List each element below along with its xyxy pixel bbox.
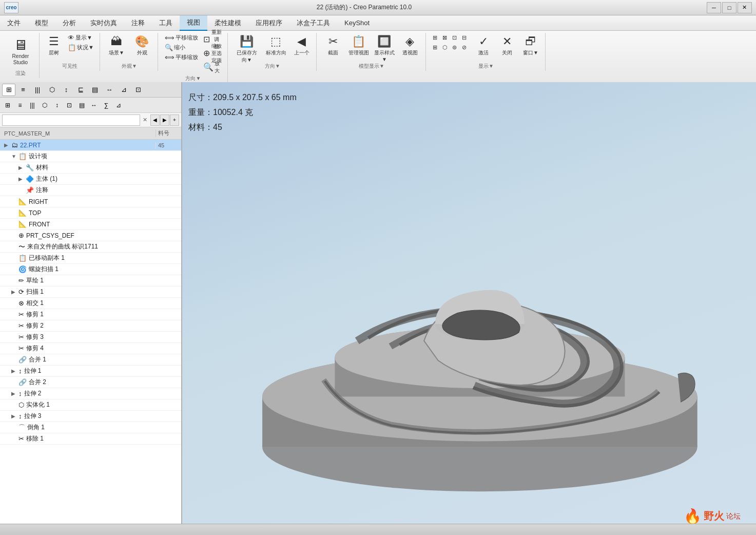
menu-item-9[interactable]: 冰盒子工具 (289, 15, 337, 31)
window-button[interactable]: 🗗 窗口▼ (519, 33, 542, 62)
menu-item-5[interactable]: 工具 (152, 15, 180, 31)
previous-button[interactable]: ◀ 上一个 (290, 33, 313, 62)
display-btn-8[interactable]: ⊘ (459, 43, 469, 52)
menu-item-4[interactable]: 注释 (124, 15, 152, 31)
menu-item-3[interactable]: 实时仿真 (83, 15, 124, 31)
tree-expand-1[interactable]: ▼ (11, 154, 18, 159)
minimize-button[interactable]: ─ (707, 2, 721, 13)
tree-item-10[interactable]: 📋已移动副本 1 (0, 253, 181, 264)
standard-orientation-button[interactable]: ⬚ 标准方向 (263, 33, 289, 62)
tree-item-1[interactable]: ▼📋设计项 (0, 151, 181, 162)
lp-toolbar-btn-3[interactable]: ⬡ (39, 100, 50, 111)
status-button[interactable]: 📋状况▼ (65, 43, 96, 52)
left-panel-tab-1[interactable]: ≡ (16, 84, 30, 96)
fit-button[interactable]: ⊕ 缩放至选定项 (202, 47, 224, 60)
tree-item-24[interactable]: ▶↕拉伸 3 (0, 411, 181, 422)
tree-item-22[interactable]: ▶↕拉伸 2 (0, 388, 181, 399)
tree-expand-22[interactable]: ▶ (11, 391, 18, 396)
tree-item-21[interactable]: 🔗合并 2 (0, 377, 181, 388)
tree-item-3[interactable]: ▶🔷主体 (1) (0, 174, 181, 185)
menu-item-10[interactable]: KeyShot (337, 15, 377, 31)
manage-view-button[interactable]: 📋 管理视图 (346, 33, 371, 62)
tree-item-7[interactable]: 📐FRONT (0, 219, 181, 230)
perspective-button[interactable]: ◈ 透视图 (398, 33, 422, 62)
tree-item-15[interactable]: ✂修剪 1 (0, 309, 181, 320)
lp-toolbar-btn-6[interactable]: ▤ (76, 100, 87, 111)
left-panel-tab-6[interactable]: ▤ (88, 84, 102, 96)
display-style-button[interactable]: 🔲 显示样式▼ (372, 33, 397, 62)
tree-item-25[interactable]: ⌒倒角 1 (0, 422, 181, 433)
tree-item-12[interactable]: ✏草绘 1 (0, 275, 181, 286)
tree-item-9[interactable]: 〜来自文件的曲线 标识1711 (0, 241, 181, 253)
menu-item-2[interactable]: 分析 (55, 15, 83, 31)
search-next-button[interactable]: ▶ (160, 114, 169, 126)
menu-item-8[interactable]: 应用程序 (248, 15, 289, 31)
tree-item-11[interactable]: 🌀螺旋扫描 1 (0, 264, 181, 275)
3d-viewport[interactable]: 尺寸：209.5 x 207.5 x 65 mm 重量：10052.4 克 材料… (182, 82, 756, 535)
tree-expand-13[interactable]: ▶ (11, 289, 18, 295)
tree-expand-20[interactable]: ▶ (11, 368, 18, 374)
tree-item-4[interactable]: 📌注释 (0, 185, 181, 196)
left-panel-tab-3[interactable]: ⬡ (45, 84, 59, 96)
left-panel-tab-5[interactable]: ⊑ (74, 84, 87, 96)
search-clear-button[interactable]: ✕ (140, 116, 149, 125)
tree-item-8[interactable]: ⊕PRT_CSYS_DEF (0, 230, 181, 241)
left-panel-tab-8[interactable]: ⊿ (117, 84, 130, 96)
menu-item-0[interactable]: 文件 (0, 15, 28, 31)
activate-button[interactable]: ✓ 激活 (472, 33, 495, 62)
tree-item-19[interactable]: 🔗合并 1 (0, 354, 181, 366)
window-controls[interactable]: ─ □ ✕ (707, 2, 752, 13)
zoom-button[interactable]: 🔍 放大 (202, 61, 224, 74)
left-panel-tab-4[interactable]: ↕ (60, 84, 73, 96)
lp-toolbar-btn-4[interactable]: ↕ (51, 100, 63, 111)
appearance-button[interactable]: 🎨 外观 (130, 33, 154, 62)
lp-toolbar-btn-0[interactable]: ⊞ (2, 100, 13, 111)
left-panel-tab-9[interactable]: ⊡ (131, 84, 145, 96)
display-btn-5[interactable]: ⊞ (430, 43, 439, 52)
display-button[interactable]: 👁显示▼ (65, 33, 96, 42)
lp-toolbar-btn-1[interactable]: ≡ (14, 100, 26, 111)
render-studio-button[interactable]: 🖥 RenderStudio (5, 33, 36, 69)
tree-item-17[interactable]: ✂修剪 3 (0, 332, 181, 343)
tree-expand-2[interactable]: ▶ (18, 165, 26, 170)
search-prev-button[interactable]: ◀ (150, 114, 160, 126)
close-button[interactable]: ✕ (738, 2, 752, 13)
close-ribbon-button[interactable]: ✕ 关闭 (496, 33, 518, 62)
menu-item-7[interactable]: 柔性建模 (207, 15, 248, 31)
layer-tree-button[interactable]: ☰ 层树 (44, 33, 64, 62)
section-button[interactable]: ✂ 截面 (321, 33, 345, 62)
lp-toolbar-btn-5[interactable]: ⊡ (64, 100, 75, 111)
tree-expand-24[interactable]: ▶ (11, 413, 18, 419)
menu-item-1[interactable]: 模型 (28, 15, 55, 31)
tree-item-23[interactable]: ⬡实体化 1 (0, 399, 181, 411)
display-btn-1[interactable]: ⊞ (430, 33, 439, 42)
lp-toolbar-btn-9[interactable]: ⊿ (113, 100, 124, 111)
tree-item-26[interactable]: ✂移除 1 (0, 433, 181, 445)
model-tree[interactable]: ▶🗂22.PRT45▼📋设计项▶🔧材料▶🔷主体 (1)📌注释📐RIGHT📐TOP… (0, 140, 181, 532)
search-add-button[interactable]: + (170, 114, 179, 126)
tree-item-18[interactable]: ✂修剪 4 (0, 343, 181, 354)
menu-item-6[interactable]: 视图 (180, 15, 207, 31)
tree-expand-0[interactable]: ▶ (4, 142, 11, 148)
tree-item-0[interactable]: ▶🗂22.PRT45 (0, 140, 181, 151)
saved-orientation-button[interactable]: 💾 已保存方向▼ (232, 33, 262, 62)
scene-button[interactable]: 🏔 场景▼ (104, 33, 129, 62)
display-btn-7[interactable]: ⊚ (450, 43, 459, 52)
display-btn-4[interactable]: ⊟ (459, 33, 469, 42)
display-btn-3[interactable]: ⊡ (450, 33, 459, 42)
tree-item-14[interactable]: ⊗相交 1 (0, 298, 181, 309)
pan-zoom-button[interactable]: ⟺平移缩放 (162, 33, 201, 42)
search-input[interactable] (2, 114, 140, 126)
tree-item-6[interactable]: 📐TOP (0, 207, 181, 219)
lp-toolbar-btn-7[interactable]: ↔ (88, 100, 100, 111)
display-btn-2[interactable]: ⊠ (440, 33, 449, 42)
display-btn-6[interactable]: ⬡ (440, 43, 449, 52)
zoom-out-button[interactable]: 🔍缩小 (162, 43, 201, 52)
pan-zoom2-button[interactable]: ⟺平移缩放 (162, 52, 201, 62)
tree-item-20[interactable]: ▶↕拉伸 1 (0, 366, 181, 377)
left-panel-tab-7[interactable]: ↔ (103, 84, 116, 96)
lp-toolbar-btn-2[interactable]: ||| (27, 100, 38, 111)
tree-item-5[interactable]: 📐RIGHT (0, 196, 181, 207)
left-panel-tab-2[interactable]: ||| (31, 84, 44, 96)
lp-toolbar-btn-8[interactable]: ∑ (101, 100, 112, 111)
